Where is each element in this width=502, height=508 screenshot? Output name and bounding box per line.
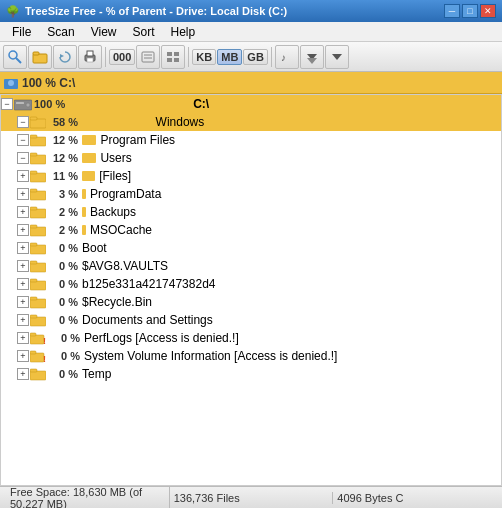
sort-desc-button[interactable] (300, 45, 324, 69)
tree-row[interactable]: + 0 %Temp (1, 365, 501, 383)
expand-collapse-button[interactable]: + (17, 188, 29, 200)
item-name: Temp (82, 367, 111, 381)
print-toolbar-button[interactable] (78, 45, 102, 69)
format-icon-button[interactable] (136, 45, 160, 69)
svg-rect-47 (30, 315, 37, 318)
menu-scan[interactable]: Scan (39, 23, 82, 41)
svg-rect-12 (174, 52, 179, 56)
tree-row[interactable]: + 0 %Boot (1, 239, 501, 257)
folder-icon (14, 97, 32, 111)
minimize-button[interactable]: ─ (444, 4, 460, 18)
menu-sort[interactable]: Sort (125, 23, 163, 41)
svg-rect-8 (142, 52, 154, 62)
svg-point-0 (9, 51, 17, 59)
tree-row[interactable]: + 2 %MSOCache (1, 221, 501, 239)
tree-area[interactable]: − 100 %C:\− 58 %Windows− 12 %Program Fil… (0, 94, 502, 486)
sort-asc-button[interactable]: ♪ (275, 45, 299, 69)
expand-collapse-button[interactable]: + (17, 224, 29, 236)
svg-rect-36 (30, 227, 46, 236)
maximize-button[interactable]: □ (462, 4, 478, 18)
tree-row[interactable]: + 0 %b125e331a421747382d4 (1, 275, 501, 293)
svg-rect-29 (30, 153, 37, 156)
percent-bar (82, 135, 96, 145)
expand-collapse-button[interactable]: + (17, 350, 29, 362)
refresh-toolbar-button[interactable] (53, 45, 77, 69)
tree-row[interactable]: + 3 %ProgramData (1, 185, 501, 203)
expand-collapse-button[interactable]: + (17, 314, 29, 326)
tree-row[interactable]: − 100 %C:\ (1, 95, 501, 113)
menu-help[interactable]: Help (163, 23, 204, 41)
expand-collapse-button[interactable]: + (17, 260, 29, 272)
svg-rect-34 (30, 209, 46, 218)
open-toolbar-button[interactable] (28, 45, 52, 69)
close-button[interactable]: ✕ (480, 4, 496, 18)
expand-collapse-button[interactable]: + (17, 278, 29, 290)
expand-collapse-button[interactable]: − (17, 152, 29, 164)
tree-row[interactable]: − 12 %Users (1, 149, 501, 167)
unit-mb-button[interactable]: MB (217, 49, 242, 65)
status-bar: Free Space: 18,630 MB (of 50,227 MB) 136… (0, 486, 502, 508)
scan-toolbar-button[interactable] (3, 45, 27, 69)
percent-label: 0 % (48, 314, 78, 326)
menu-file[interactable]: File (4, 23, 39, 41)
unit-kb-button[interactable]: KB (192, 49, 216, 65)
address-bar: 100 % C:\ (0, 72, 502, 94)
format-000-button[interactable]: 000 (109, 49, 135, 65)
item-name: PerfLogs [Access is denied.!] (84, 331, 239, 345)
expand-collapse-button[interactable]: − (17, 134, 29, 146)
folder-icon (30, 223, 46, 237)
svg-rect-11 (167, 52, 172, 56)
folder-icon (30, 295, 46, 309)
svg-rect-55 (30, 369, 37, 372)
expand-collapse-button[interactable]: − (1, 98, 13, 110)
percent-label: 2 % (48, 206, 78, 218)
svg-rect-39 (30, 243, 37, 246)
tree-row[interactable]: + 0 %$Recycle.Bin (1, 293, 501, 311)
toolbar: 000 KB MB GB ♪ (0, 42, 502, 72)
menu-view[interactable]: View (83, 23, 125, 41)
svg-rect-43 (30, 279, 37, 282)
expand-collapse-button[interactable]: − (17, 116, 29, 128)
unit-gb-button[interactable]: GB (243, 49, 268, 65)
svg-marker-17 (307, 58, 317, 64)
percent-label: 0 % (48, 242, 78, 254)
percent-label: 11 % (48, 170, 78, 182)
percent-label: 0 % (48, 260, 78, 272)
item-name: Users (100, 151, 131, 165)
item-name: Windows (156, 115, 205, 129)
expand-collapse-button[interactable]: + (17, 296, 29, 308)
folder-icon (30, 367, 46, 381)
svg-text:!: ! (43, 336, 46, 345)
format-grid-button[interactable] (161, 45, 185, 69)
tree-row[interactable]: + 0 %Documents and Settings (1, 311, 501, 329)
percent-bar (82, 153, 96, 163)
tree-row[interactable]: + ! 0 %PerfLogs [Access is denied.!] (1, 329, 501, 347)
percent-label: 0 % (50, 350, 80, 362)
expand-button[interactable] (325, 45, 349, 69)
tree-row[interactable]: + 0 %$AVG8.VAULTS (1, 257, 501, 275)
item-name: ProgramData (90, 187, 161, 201)
expand-collapse-button[interactable]: + (17, 242, 29, 254)
percent-bar (82, 225, 86, 235)
percent-bar (82, 117, 152, 127)
svg-rect-33 (30, 189, 37, 192)
status-cluster: 4096 Bytes C (333, 492, 496, 504)
percent-bar (69, 99, 189, 109)
tree-row[interactable]: + 11 %[Files] (1, 167, 501, 185)
percent-label: 2 % (48, 224, 78, 236)
expand-collapse-button[interactable]: + (17, 206, 29, 218)
expand-collapse-button[interactable]: + (17, 368, 29, 380)
expand-collapse-button[interactable]: + (17, 332, 29, 344)
tree-row[interactable]: − 58 %Windows (1, 113, 501, 131)
svg-rect-41 (30, 261, 37, 264)
svg-marker-4 (60, 54, 64, 58)
tree-row[interactable]: + 2 %Backups (1, 203, 501, 221)
svg-rect-42 (30, 281, 46, 290)
toolbar-separator-1 (105, 47, 106, 67)
address-text: 100 % C:\ (22, 76, 75, 90)
svg-rect-27 (30, 135, 37, 138)
svg-rect-54 (30, 371, 46, 380)
expand-collapse-button[interactable]: + (17, 170, 29, 182)
tree-row[interactable]: − 12 %Program Files (1, 131, 501, 149)
tree-row[interactable]: + ! 0 %System Volume Information [Access… (1, 347, 501, 365)
